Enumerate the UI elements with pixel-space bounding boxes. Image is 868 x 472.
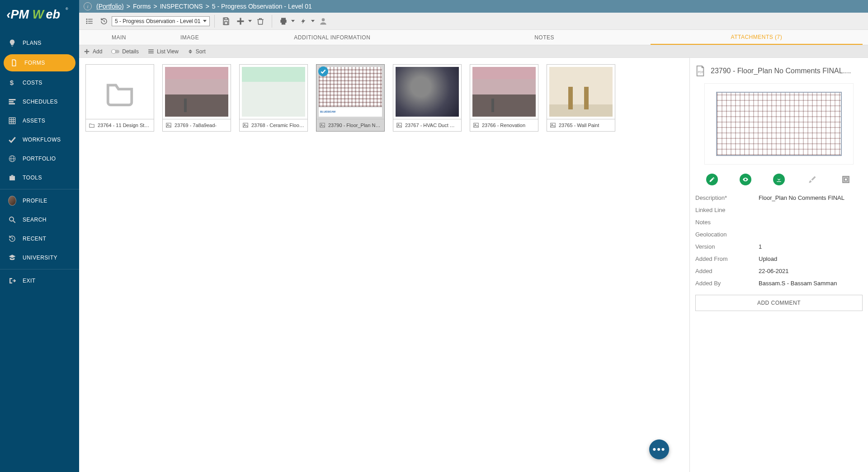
svg-rect-7: [9, 103, 15, 104]
svg-rect-36: [166, 123, 171, 127]
svg-point-22: [86, 23, 88, 24]
lightbulb-icon: [8, 39, 16, 47]
image-small-icon: [242, 122, 249, 128]
nav-label: RECENT: [23, 236, 46, 242]
svg-rect-6: [9, 101, 14, 103]
exit-icon: [8, 277, 16, 285]
nav-portfolio[interactable]: PORTFOLIO: [0, 149, 79, 168]
nav-label: WORKFLOWS: [23, 137, 61, 143]
attachment-card-selected[interactable]: BLUEBEAM 23790 - Floor_Plan No Com...: [316, 64, 385, 132]
floating-more-button[interactable]: •••: [649, 439, 669, 459]
brush-action[interactable]: [807, 174, 818, 185]
svg-point-20: [86, 20, 88, 22]
attachment-card[interactable]: 23764 - 11 Design Stage: [85, 64, 154, 132]
nav-workflows[interactable]: WORKFLOWS: [0, 130, 79, 149]
delete-button[interactable]: [254, 14, 267, 28]
svg-text:$: $: [10, 79, 14, 86]
card-label: 23790 - Floor_Plan No Com...: [328, 123, 382, 128]
action-button[interactable]: [297, 14, 310, 28]
attachment-detail-panel: PDF 23790 - Floor_Plan No Comments FINAL…: [689, 58, 868, 472]
list-view-label: List View: [157, 48, 179, 55]
add-comment-button[interactable]: ADD COMMENT: [695, 295, 863, 311]
field-value: Bassam.S - Bassam Samman: [759, 280, 837, 287]
nav-label: FORMS: [24, 60, 45, 66]
card-label: 23769 - 7a8a9ead-: [175, 123, 217, 128]
card-label: 23765 - Wall Paint: [559, 123, 599, 128]
nav-label: ASSETS: [23, 118, 45, 124]
print-button[interactable]: [277, 14, 290, 28]
tab-main[interactable]: MAIN: [85, 30, 153, 45]
history-button[interactable]: [97, 14, 111, 28]
list-view-button[interactable]: List View: [148, 48, 179, 55]
crop-action[interactable]: [840, 174, 852, 185]
attachment-card[interactable]: 23768 - Ceramic Floor Tiling: [239, 64, 308, 132]
tab-attachments[interactable]: ATTACHMENTS (7): [651, 30, 863, 45]
svg-text:PDF: PDF: [698, 71, 703, 74]
image-thumbnail: [549, 67, 613, 117]
print-dropdown[interactable]: [290, 20, 296, 22]
card-label: 23767 - HVAC Duct Work: [405, 123, 458, 128]
nav-plans[interactable]: PLANS: [0, 33, 79, 52]
nav-university[interactable]: UNIVERSITY: [0, 248, 79, 267]
tab-image[interactable]: IMAGE: [153, 30, 226, 45]
dollar-icon: $: [8, 79, 16, 87]
attachments-toolbar: Add Details List View Sort: [79, 45, 868, 58]
toolbar: 5 - Progress Observation - Level 01: [79, 13, 868, 30]
user-button[interactable]: [316, 14, 330, 28]
nav-forms[interactable]: FORMS: [4, 54, 75, 71]
nav-assets[interactable]: ASSETS: [0, 111, 79, 130]
attachment-card[interactable]: 23769 - 7a8a9ead-: [162, 64, 231, 132]
svg-text:W: W: [32, 8, 45, 21]
field-value: Floor_Plan No Comments FINAL: [759, 194, 844, 201]
tab-notes[interactable]: NOTES: [438, 30, 650, 45]
tab-additional[interactable]: ADDITIONAL INFORMATION: [226, 30, 438, 45]
field-label: Added: [695, 268, 759, 274]
sort-button[interactable]: Sort: [188, 48, 206, 55]
nav-label: PROFILE: [23, 198, 47, 204]
svg-rect-8: [9, 118, 15, 124]
list-toggle-button[interactable]: [83, 14, 96, 28]
image-thumbnail: [472, 67, 536, 117]
card-label: 23764 - 11 Design Stage: [98, 123, 151, 128]
edit-action[interactable]: [706, 174, 718, 185]
download-action[interactable]: [773, 174, 785, 185]
breadcrumb-root[interactable]: (Portfolio): [96, 3, 124, 10]
detail-preview[interactable]: [704, 83, 854, 165]
nav-costs[interactable]: $ COSTS: [0, 73, 79, 92]
breadcrumb-part[interactable]: Forms: [133, 3, 151, 10]
nav-label: SCHEDULES: [23, 99, 58, 105]
add-attachment-label: Add: [93, 48, 102, 55]
add-button[interactable]: [234, 14, 247, 28]
attachment-card[interactable]: 23765 - Wall Paint: [547, 64, 615, 132]
details-toggle[interactable]: Details: [111, 48, 139, 55]
info-icon[interactable]: i: [84, 2, 92, 10]
nav-tools[interactable]: TOOLS: [0, 168, 79, 187]
attachment-card[interactable]: 23766 - Renovation: [470, 64, 538, 132]
action-dropdown[interactable]: [310, 20, 316, 22]
graduation-cap-icon: [8, 254, 16, 262]
nav-label: UNIVERSITY: [23, 255, 57, 261]
svg-point-32: [112, 49, 116, 53]
image-small-icon: [473, 122, 479, 128]
record-selector[interactable]: 5 - Progress Observation - Level 01: [112, 16, 210, 26]
nav-label: EXIT: [23, 278, 36, 284]
nav-schedules[interactable]: SCHEDULES: [0, 92, 79, 111]
svg-rect-38: [243, 123, 248, 127]
add-dropdown[interactable]: [247, 20, 253, 22]
breadcrumb-part[interactable]: INSPECTIONS: [160, 3, 203, 10]
nav-label: TOOLS: [23, 175, 42, 181]
svg-rect-23: [88, 23, 93, 24]
view-action[interactable]: [740, 174, 751, 185]
attachment-card[interactable]: 23767 - HVAC Duct Work: [393, 64, 462, 132]
attachments-gallery: 23764 - 11 Design Stage 23769 - 7a8a9ead…: [79, 58, 689, 472]
add-attachment-button[interactable]: Add: [84, 48, 102, 55]
nav-label: PORTFOLIO: [23, 156, 56, 162]
nav-recent[interactable]: RECENT: [0, 229, 79, 248]
field-label: Notes: [695, 219, 759, 226]
nav-search[interactable]: SEARCH: [0, 210, 79, 229]
nav-divider: [0, 269, 79, 269]
nav-exit[interactable]: EXIT: [0, 271, 79, 290]
save-button[interactable]: [219, 14, 233, 28]
nav-profile[interactable]: PROFILE: [0, 191, 79, 210]
image-small-icon: [396, 122, 402, 128]
